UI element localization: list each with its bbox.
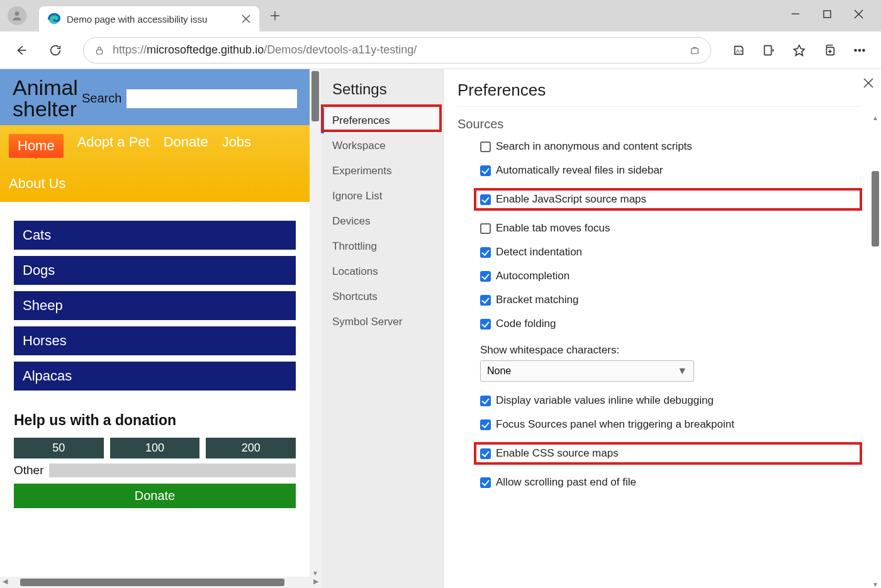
checkbox[interactable] — [480, 319, 491, 330]
settings-category-symbol-server[interactable]: Symbol Server — [321, 309, 443, 335]
shopping-icon[interactable] — [689, 45, 700, 56]
pref-option[interactable]: Enable JavaScript source maps — [480, 193, 646, 206]
pref-option[interactable]: Code folding — [480, 318, 862, 330]
refresh-button[interactable] — [43, 38, 68, 63]
back-button[interactable] — [9, 38, 34, 63]
pref-option[interactable]: Bracket matching — [480, 294, 862, 306]
search-input[interactable] — [126, 89, 297, 108]
nav-home[interactable]: Home — [9, 134, 64, 158]
checkbox[interactable] — [480, 396, 491, 406]
pref-option[interactable]: Detect indentation — [480, 246, 862, 258]
donate-button[interactable]: Donate — [14, 484, 296, 508]
person-icon — [11, 9, 23, 22]
maximize-button[interactable] — [821, 8, 833, 20]
pref-option[interactable]: Display variable values inline while deb… — [480, 394, 862, 407]
page-vertical-scrollbar[interactable]: ▼ — [310, 69, 321, 588]
checkbox[interactable] — [480, 141, 491, 152]
settings-category-devices[interactable]: Devices — [321, 209, 443, 234]
viewport: Animal shelter Search Home Adopt a Pet D… — [0, 69, 881, 588]
scrollbar-thumb[interactable] — [311, 71, 319, 121]
amount-button[interactable]: 200 — [206, 438, 296, 458]
pref-option-label: Search in anonymous and content scripts — [496, 140, 692, 153]
star-icon — [792, 43, 806, 57]
checkbox[interactable] — [480, 419, 491, 430]
category-item[interactable]: Horses — [14, 326, 296, 355]
highlight-box: Enable JavaScript source maps — [474, 188, 862, 211]
amount-button[interactable]: 100 — [110, 438, 200, 458]
category-item[interactable]: Sheep — [14, 291, 296, 320]
svg-point-0 — [15, 11, 20, 16]
page-body: Cats Dogs Sheep Horses Alpacas Help us w… — [0, 202, 310, 527]
scroll-left-icon[interactable]: ◀ — [3, 577, 8, 585]
donation-heading: Help us with a donation — [14, 412, 296, 429]
settings-category-workspace[interactable]: Workspace — [321, 133, 443, 158]
window-controls — [789, 0, 875, 20]
scroll-down-icon[interactable]: ▼ — [870, 581, 881, 588]
pref-option[interactable]: Enable CSS source maps — [480, 447, 619, 460]
pref-option-label: Display variable values inline while deb… — [496, 394, 714, 407]
category-item[interactable]: Dogs — [14, 256, 296, 285]
tab-close-icon[interactable] — [242, 14, 250, 23]
checkbox[interactable] — [480, 477, 491, 488]
pref-option-label: Bracket matching — [496, 294, 578, 306]
menu-button[interactable] — [847, 38, 872, 63]
read-aloud-button[interactable]: A» — [726, 38, 751, 63]
scrollbar-thumb[interactable] — [20, 579, 284, 586]
pref-option[interactable]: Search in anonymous and content scripts — [480, 140, 862, 153]
maximize-icon — [823, 10, 831, 18]
pref-option[interactable]: Allow scrolling past end of file — [480, 476, 862, 489]
category-item[interactable]: Alpacas — [14, 362, 296, 391]
svg-marker-15 — [794, 45, 805, 55]
browser-tab[interactable]: Demo page with accessibility issu — [39, 6, 259, 31]
settings-category-preferences[interactable]: Preferences — [321, 108, 443, 133]
page-horizontal-scrollbar[interactable]: ◀ ▶ — [0, 577, 321, 588]
close-window-button[interactable] — [852, 8, 865, 20]
scroll-down-icon[interactable]: ▼ — [310, 570, 321, 577]
settings-category-ignore-list[interactable]: Ignore List — [321, 184, 443, 209]
address-bar[interactable]: https://microsoftedge.github.io/Demos/de… — [83, 37, 711, 64]
close-settings-button[interactable] — [860, 74, 877, 92]
pref-option[interactable]: Automatically reveal files in sidebar — [480, 164, 862, 177]
checkbox[interactable] — [480, 247, 491, 258]
pref-option-label: Enable JavaScript source maps — [496, 193, 646, 206]
main-nav: Home Adopt a Pet Donate Jobs About Us — [0, 125, 310, 202]
settings-category-shortcuts[interactable]: Shortcuts — [321, 284, 443, 309]
chevron-down-icon: ▼ — [677, 365, 687, 377]
amount-button[interactable]: 50 — [14, 438, 104, 458]
pref-option[interactable]: Autocompletion — [480, 270, 862, 282]
page-header: Animal shelter Search — [0, 69, 310, 125]
settings-category-experiments[interactable]: Experiments — [321, 158, 443, 184]
category-item[interactable]: Cats — [14, 221, 296, 250]
svg-point-21 — [863, 49, 865, 51]
settings-category-locations[interactable]: Locations — [321, 259, 443, 284]
checkbox[interactable] — [480, 448, 491, 459]
settings-category-throttling[interactable]: Throttling — [321, 234, 443, 259]
profile-avatar[interactable] — [8, 6, 26, 25]
preferences-scrollbar[interactable]: ▲ ▼ — [870, 114, 881, 588]
devtools-panel: Settings PreferencesWorkspaceExperiments… — [321, 69, 881, 588]
nav-adopt[interactable]: Adopt a Pet — [77, 134, 150, 158]
favorite-button[interactable] — [787, 38, 812, 63]
collections-button[interactable] — [817, 38, 842, 63]
pref-option[interactable]: Focus Sources panel when triggering a br… — [480, 418, 862, 431]
scroll-up-icon[interactable]: ▲ — [870, 114, 881, 121]
scrollbar-thumb[interactable] — [872, 171, 879, 247]
scroll-right-icon[interactable]: ▶ — [313, 577, 318, 585]
nav-donate[interactable]: Donate — [164, 134, 208, 158]
pref-option[interactable]: Enable tab moves focus — [480, 222, 862, 235]
checkbox[interactable] — [480, 223, 491, 234]
nav-about[interactable]: About Us — [9, 175, 66, 191]
other-amount-input[interactable] — [49, 463, 296, 477]
lock-icon — [94, 45, 105, 56]
whitespace-select[interactable]: None ▼ — [480, 360, 694, 382]
pref-option-label: Enable CSS source maps — [496, 447, 619, 460]
reading-mode-button[interactable] — [756, 38, 782, 63]
nav-jobs[interactable]: Jobs — [222, 134, 251, 158]
checkbox[interactable] — [480, 165, 491, 176]
checkbox[interactable] — [480, 295, 491, 306]
minimize-button[interactable] — [789, 8, 802, 20]
new-tab-button[interactable] — [264, 5, 286, 26]
checkbox[interactable] — [480, 271, 491, 282]
preferences-title: Preferences — [457, 80, 862, 106]
checkbox[interactable] — [480, 194, 491, 205]
